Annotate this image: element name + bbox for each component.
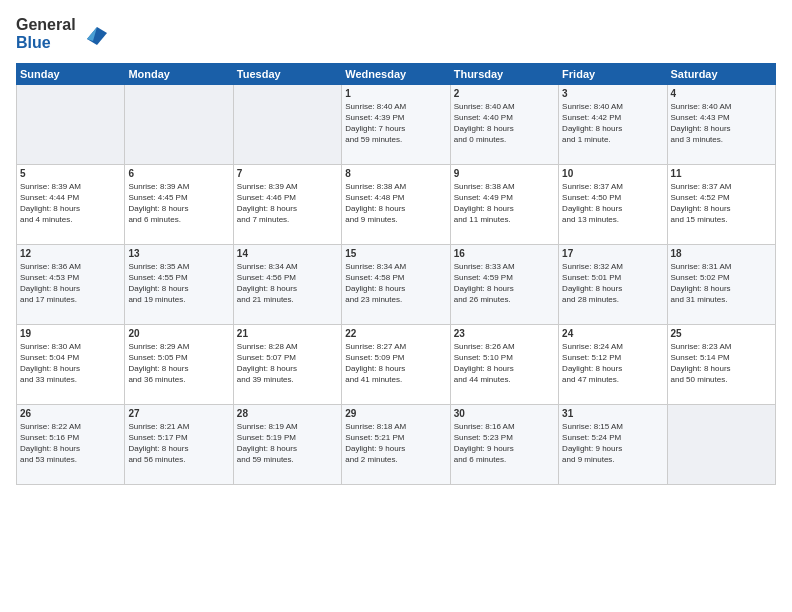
calendar-cell: 16Sunrise: 8:33 AM Sunset: 4:59 PM Dayli… <box>450 244 558 324</box>
day-detail: Sunrise: 8:34 AM Sunset: 4:58 PM Dayligh… <box>345 261 446 306</box>
day-number: 26 <box>20 408 121 419</box>
day-detail: Sunrise: 8:22 AM Sunset: 5:16 PM Dayligh… <box>20 421 121 466</box>
day-detail: Sunrise: 8:30 AM Sunset: 5:04 PM Dayligh… <box>20 341 121 386</box>
day-detail: Sunrise: 8:28 AM Sunset: 5:07 PM Dayligh… <box>237 341 338 386</box>
calendar-cell: 3Sunrise: 8:40 AM Sunset: 4:42 PM Daylig… <box>559 84 667 164</box>
day-number: 23 <box>454 328 555 339</box>
day-number: 19 <box>20 328 121 339</box>
day-number: 13 <box>128 248 229 259</box>
calendar-page: General Blue SundayMondayTuesdayWednesda… <box>0 0 792 612</box>
day-number: 15 <box>345 248 446 259</box>
calendar-cell: 6Sunrise: 8:39 AM Sunset: 4:45 PM Daylig… <box>125 164 233 244</box>
day-number: 9 <box>454 168 555 179</box>
day-detail: Sunrise: 8:37 AM Sunset: 4:50 PM Dayligh… <box>562 181 663 226</box>
day-number: 14 <box>237 248 338 259</box>
day-detail: Sunrise: 8:23 AM Sunset: 5:14 PM Dayligh… <box>671 341 772 386</box>
calendar-cell: 28Sunrise: 8:19 AM Sunset: 5:19 PM Dayli… <box>233 404 341 484</box>
calendar-cell: 13Sunrise: 8:35 AM Sunset: 4:55 PM Dayli… <box>125 244 233 324</box>
weekday-header-friday: Friday <box>559 63 667 84</box>
day-number: 25 <box>671 328 772 339</box>
calendar-cell: 26Sunrise: 8:22 AM Sunset: 5:16 PM Dayli… <box>17 404 125 484</box>
day-number: 10 <box>562 168 663 179</box>
day-detail: Sunrise: 8:40 AM Sunset: 4:43 PM Dayligh… <box>671 101 772 146</box>
calendar-cell <box>667 404 775 484</box>
logo-blue-text: Blue <box>16 34 76 52</box>
calendar-cell: 5Sunrise: 8:39 AM Sunset: 4:44 PM Daylig… <box>17 164 125 244</box>
calendar-cell: 30Sunrise: 8:16 AM Sunset: 5:23 PM Dayli… <box>450 404 558 484</box>
logo: General Blue <box>16 16 109 53</box>
calendar-cell: 10Sunrise: 8:37 AM Sunset: 4:50 PM Dayli… <box>559 164 667 244</box>
day-number: 16 <box>454 248 555 259</box>
day-detail: Sunrise: 8:21 AM Sunset: 5:17 PM Dayligh… <box>128 421 229 466</box>
calendar-cell: 29Sunrise: 8:18 AM Sunset: 5:21 PM Dayli… <box>342 404 450 484</box>
day-number: 22 <box>345 328 446 339</box>
day-number: 21 <box>237 328 338 339</box>
day-detail: Sunrise: 8:39 AM Sunset: 4:45 PM Dayligh… <box>128 181 229 226</box>
calendar-cell: 20Sunrise: 8:29 AM Sunset: 5:05 PM Dayli… <box>125 324 233 404</box>
calendar-week-4: 19Sunrise: 8:30 AM Sunset: 5:04 PM Dayli… <box>17 324 776 404</box>
day-number: 11 <box>671 168 772 179</box>
weekday-header-tuesday: Tuesday <box>233 63 341 84</box>
day-detail: Sunrise: 8:40 AM Sunset: 4:42 PM Dayligh… <box>562 101 663 146</box>
calendar-cell: 4Sunrise: 8:40 AM Sunset: 4:43 PM Daylig… <box>667 84 775 164</box>
day-number: 18 <box>671 248 772 259</box>
day-number: 4 <box>671 88 772 99</box>
day-detail: Sunrise: 8:39 AM Sunset: 4:46 PM Dayligh… <box>237 181 338 226</box>
day-number: 7 <box>237 168 338 179</box>
logo-general-text: General <box>16 16 76 34</box>
day-detail: Sunrise: 8:38 AM Sunset: 4:48 PM Dayligh… <box>345 181 446 226</box>
calendar-cell <box>233 84 341 164</box>
day-number: 17 <box>562 248 663 259</box>
calendar-cell <box>17 84 125 164</box>
day-detail: Sunrise: 8:18 AM Sunset: 5:21 PM Dayligh… <box>345 421 446 466</box>
day-detail: Sunrise: 8:31 AM Sunset: 5:02 PM Dayligh… <box>671 261 772 306</box>
day-detail: Sunrise: 8:38 AM Sunset: 4:49 PM Dayligh… <box>454 181 555 226</box>
calendar-cell: 23Sunrise: 8:26 AM Sunset: 5:10 PM Dayli… <box>450 324 558 404</box>
day-detail: Sunrise: 8:40 AM Sunset: 4:40 PM Dayligh… <box>454 101 555 146</box>
calendar-week-5: 26Sunrise: 8:22 AM Sunset: 5:16 PM Dayli… <box>17 404 776 484</box>
day-detail: Sunrise: 8:32 AM Sunset: 5:01 PM Dayligh… <box>562 261 663 306</box>
day-number: 3 <box>562 88 663 99</box>
day-detail: Sunrise: 8:34 AM Sunset: 4:56 PM Dayligh… <box>237 261 338 306</box>
weekday-header-saturday: Saturday <box>667 63 775 84</box>
calendar-table: SundayMondayTuesdayWednesdayThursdayFrid… <box>16 63 776 485</box>
calendar-cell: 15Sunrise: 8:34 AM Sunset: 4:58 PM Dayli… <box>342 244 450 324</box>
day-number: 30 <box>454 408 555 419</box>
calendar-cell: 18Sunrise: 8:31 AM Sunset: 5:02 PM Dayli… <box>667 244 775 324</box>
calendar-cell: 9Sunrise: 8:38 AM Sunset: 4:49 PM Daylig… <box>450 164 558 244</box>
day-detail: Sunrise: 8:19 AM Sunset: 5:19 PM Dayligh… <box>237 421 338 466</box>
header: General Blue <box>16 16 776 53</box>
calendar-cell: 21Sunrise: 8:28 AM Sunset: 5:07 PM Dayli… <box>233 324 341 404</box>
calendar-cell: 2Sunrise: 8:40 AM Sunset: 4:40 PM Daylig… <box>450 84 558 164</box>
day-detail: Sunrise: 8:33 AM Sunset: 4:59 PM Dayligh… <box>454 261 555 306</box>
day-detail: Sunrise: 8:37 AM Sunset: 4:52 PM Dayligh… <box>671 181 772 226</box>
calendar-cell: 27Sunrise: 8:21 AM Sunset: 5:17 PM Dayli… <box>125 404 233 484</box>
calendar-cell: 11Sunrise: 8:37 AM Sunset: 4:52 PM Dayli… <box>667 164 775 244</box>
calendar-week-2: 5Sunrise: 8:39 AM Sunset: 4:44 PM Daylig… <box>17 164 776 244</box>
day-number: 29 <box>345 408 446 419</box>
day-number: 24 <box>562 328 663 339</box>
calendar-week-1: 1Sunrise: 8:40 AM Sunset: 4:39 PM Daylig… <box>17 84 776 164</box>
calendar-cell: 12Sunrise: 8:36 AM Sunset: 4:53 PM Dayli… <box>17 244 125 324</box>
day-number: 31 <box>562 408 663 419</box>
day-number: 2 <box>454 88 555 99</box>
day-detail: Sunrise: 8:36 AM Sunset: 4:53 PM Dayligh… <box>20 261 121 306</box>
day-detail: Sunrise: 8:15 AM Sunset: 5:24 PM Dayligh… <box>562 421 663 466</box>
day-detail: Sunrise: 8:35 AM Sunset: 4:55 PM Dayligh… <box>128 261 229 306</box>
calendar-cell: 19Sunrise: 8:30 AM Sunset: 5:04 PM Dayli… <box>17 324 125 404</box>
weekday-header-sunday: Sunday <box>17 63 125 84</box>
day-detail: Sunrise: 8:27 AM Sunset: 5:09 PM Dayligh… <box>345 341 446 386</box>
calendar-week-3: 12Sunrise: 8:36 AM Sunset: 4:53 PM Dayli… <box>17 244 776 324</box>
day-detail: Sunrise: 8:40 AM Sunset: 4:39 PM Dayligh… <box>345 101 446 146</box>
weekday-header-monday: Monday <box>125 63 233 84</box>
calendar-cell: 24Sunrise: 8:24 AM Sunset: 5:12 PM Dayli… <box>559 324 667 404</box>
calendar-cell: 17Sunrise: 8:32 AM Sunset: 5:01 PM Dayli… <box>559 244 667 324</box>
day-number: 20 <box>128 328 229 339</box>
calendar-cell: 31Sunrise: 8:15 AM Sunset: 5:24 PM Dayli… <box>559 404 667 484</box>
day-number: 27 <box>128 408 229 419</box>
day-detail: Sunrise: 8:29 AM Sunset: 5:05 PM Dayligh… <box>128 341 229 386</box>
logo-icon <box>79 19 109 49</box>
day-number: 8 <box>345 168 446 179</box>
weekday-header-wednesday: Wednesday <box>342 63 450 84</box>
day-detail: Sunrise: 8:16 AM Sunset: 5:23 PM Dayligh… <box>454 421 555 466</box>
